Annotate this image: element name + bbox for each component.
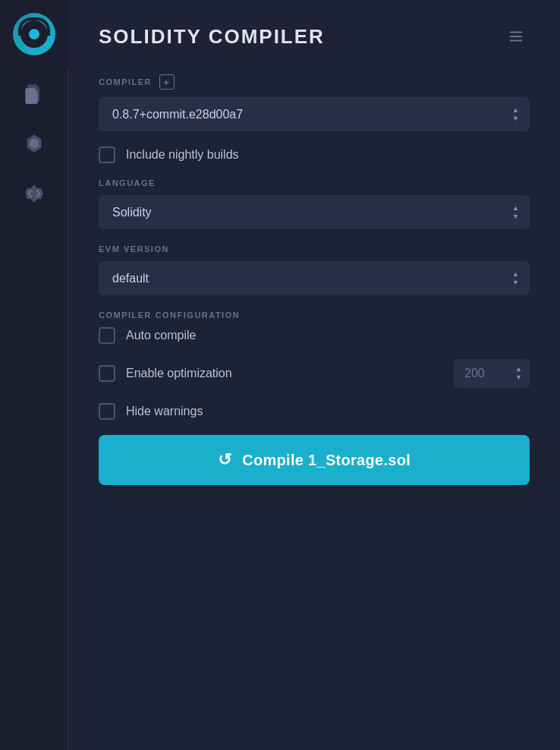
compiler-label: COMPILER +	[99, 74, 530, 90]
page-title: SOLIDITY COMPILER	[99, 25, 325, 49]
evm-label: EVM VERSION	[99, 244, 530, 254]
auto-compile-label: Auto compile	[126, 329, 197, 342]
evm-version-select[interactable]: default	[99, 261, 530, 295]
sidebar	[0, 0, 68, 750]
language-select-wrapper: Solidity ▲ ▼	[99, 195, 530, 229]
compiler-version-select[interactable]: 0.8.7+commit.e28d00a7	[99, 97, 530, 131]
optimization-row: Enable optimization ▲ ▼	[99, 359, 530, 388]
compiler-section: COMPILER + 0.8.7+commit.e28d00a7 ▲ ▼	[99, 74, 530, 131]
app-logo	[0, 0, 68, 68]
language-label: LANGUAGE	[99, 178, 530, 188]
language-section: LANGUAGE Solidity ▲ ▼	[99, 178, 530, 229]
solidity-icon[interactable]	[15, 124, 53, 162]
compiler-version-wrapper: 0.8.7+commit.e28d00a7 ▲ ▼	[99, 97, 530, 131]
language-select[interactable]: Solidity	[99, 195, 530, 229]
compiler-config-section: COMPILER CONFIGURATION Auto compile Enab…	[99, 310, 530, 420]
main-content: SOLIDITY COMPILER COMPILER + 0.8.7+commi…	[68, 0, 560, 750]
main-header: SOLIDITY COMPILER	[99, 23, 530, 50]
refresh-icon: ↺	[218, 450, 231, 470]
nightly-builds-label: Include nightly builds	[126, 148, 239, 162]
svg-rect-3	[510, 36, 523, 37]
auto-compile-row: Auto compile	[99, 327, 530, 344]
optimization-arrows: ▲ ▼	[515, 366, 522, 381]
nightly-builds-checkbox[interactable]	[99, 147, 115, 163]
add-compiler-button[interactable]: +	[159, 74, 175, 90]
optimization-value-wrapper: ▲ ▼	[454, 359, 530, 388]
nightly-builds-row: Include nightly builds	[99, 147, 530, 163]
auto-compile-checkbox[interactable]	[99, 327, 115, 344]
logo-inner	[20, 20, 48, 48]
svg-rect-2	[510, 32, 523, 33]
hide-warnings-label: Hide warnings	[126, 405, 203, 418]
git-icon[interactable]	[15, 175, 53, 213]
logo-dot	[29, 29, 39, 39]
files-icon[interactable]	[15, 74, 53, 112]
enable-optimization-checkbox[interactable]	[99, 365, 115, 382]
compile-button-label: Compile 1_Storage.sol	[242, 452, 411, 469]
hide-warnings-checkbox[interactable]	[99, 403, 115, 420]
compile-button[interactable]: ↺ Compile 1_Storage.sol	[99, 435, 530, 485]
evm-select-wrapper: default ▲ ▼	[99, 261, 530, 295]
logo-circle	[13, 13, 55, 55]
hide-warnings-row: Hide warnings	[99, 403, 530, 420]
menu-icon[interactable]	[502, 23, 530, 50]
enable-optimization-label: Enable optimization	[126, 367, 232, 380]
compiler-config-label: COMPILER CONFIGURATION	[99, 310, 530, 320]
evm-section: EVM VERSION default ▲ ▼	[99, 244, 530, 295]
svg-rect-4	[510, 40, 523, 42]
